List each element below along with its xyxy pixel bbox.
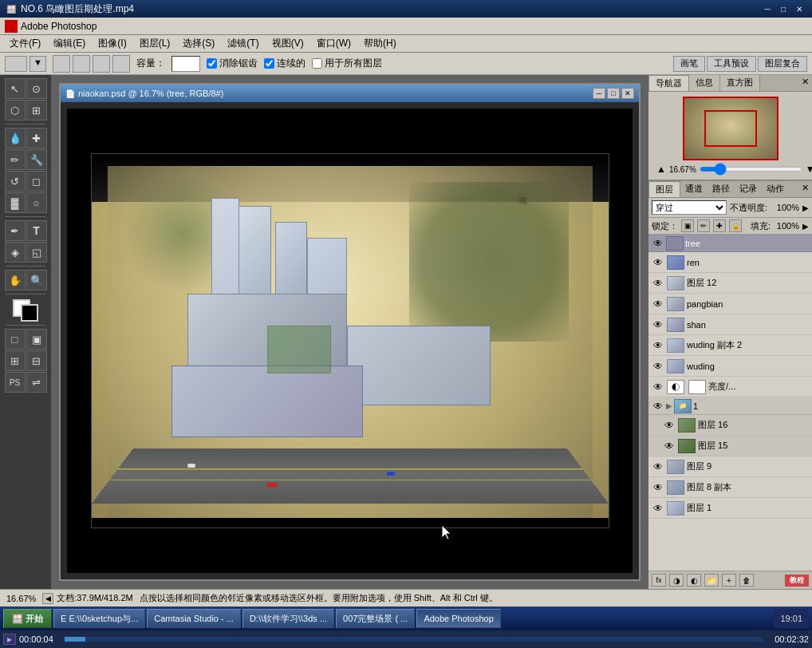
screen-mode-btn[interactable]: ⊞	[5, 350, 26, 371]
layer-delete-btn[interactable]: 🗑	[739, 574, 754, 587]
background-color[interactable]	[21, 304, 38, 322]
brush-panel-btn[interactable]: 画笔	[673, 56, 705, 72]
layer-eye-shan[interactable]: 👁	[652, 318, 664, 331]
brush-tool[interactable]: ✏	[5, 149, 26, 170]
layer-eye-wuding[interactable]: 👁	[652, 360, 664, 373]
history-tab[interactable]: 记录	[735, 181, 762, 197]
layer-item-wuding[interactable]: 👁 wuding	[648, 356, 812, 377]
zoom-slider[interactable]	[700, 167, 802, 172]
layer-comp-panel-btn[interactable]: 图层复合	[758, 56, 807, 72]
move-tool[interactable]: ↖	[5, 78, 26, 99]
tool-options-btn[interactable]: ▼	[30, 56, 46, 72]
magic-wand-btn1[interactable]	[53, 55, 70, 73]
magic-wand-btn2[interactable]	[73, 55, 90, 73]
tool-preset-panel-btn[interactable]: 工具预设	[707, 56, 756, 72]
lock-image-btn[interactable]: ✏	[697, 219, 710, 232]
layer-style-btn[interactable]: fx	[652, 574, 666, 587]
alllayers-checkbox[interactable]	[312, 58, 322, 69]
layer-item-layer15[interactable]: 👁 图层 15	[648, 436, 812, 456]
zoom-tool[interactable]: 🔍	[26, 270, 47, 290]
layer-eye-tree[interactable]: 👁	[652, 237, 664, 250]
screen-mode-btn2[interactable]: ⊟	[26, 350, 47, 371]
menu-layer[interactable]: 图层(L)	[133, 35, 177, 52]
layer-eye-ren[interactable]: 👁	[652, 256, 664, 269]
fill-arrow[interactable]: ▶	[802, 222, 809, 231]
eraser-tool[interactable]: ◻	[26, 171, 47, 192]
menu-filter[interactable]: 滤镜(T)	[221, 35, 265, 52]
extra-btn2[interactable]: ⇌	[26, 372, 47, 393]
layer-eye-layer15[interactable]: 👁	[663, 440, 676, 452]
layer-item-shan[interactable]: 👁 shan	[648, 314, 812, 335]
layer-eye-wuding-copy2[interactable]: 👁	[652, 339, 664, 352]
layer-item-layer8copy[interactable]: 👁 图层 8 副本	[648, 477, 812, 498]
crop-tool[interactable]: ⊞	[26, 100, 47, 121]
taskbar-btn-1[interactable]: Camtasia Studio - ...	[147, 609, 241, 628]
layers-tab[interactable]: 图层	[648, 181, 680, 197]
layer-group-1[interactable]: 👁 ▶ 📁 1	[648, 397, 812, 415]
layer-item-wuding-copy2[interactable]: 👁 wuding 副本 2	[648, 335, 812, 356]
gradient-tool[interactable]: ▓	[5, 192, 26, 213]
capacity-input[interactable]: 10	[171, 56, 200, 72]
extra-btn1[interactable]: PS	[5, 372, 26, 393]
contiguous-checkbox[interactable]	[264, 58, 274, 69]
layers-panel-close[interactable]: ✕	[798, 181, 812, 197]
magic-wand-btn3[interactable]	[93, 55, 110, 73]
shape-tool[interactable]: ◱	[26, 242, 47, 263]
layer-item-layer12[interactable]: 👁 图层 12	[648, 273, 812, 294]
menu-select[interactable]: 选择(S)	[176, 35, 221, 52]
info-tab[interactable]: 信息	[689, 75, 720, 91]
layer-item-layer9[interactable]: 👁 图层 9	[648, 456, 812, 477]
canvas-close-btn[interactable]: ✕	[621, 88, 634, 99]
layer-new-btn[interactable]: +	[722, 574, 736, 587]
close-button[interactable]: ✕	[793, 3, 806, 14]
hand-tool[interactable]: ✋	[5, 270, 26, 290]
progress-bar[interactable]	[65, 637, 763, 642]
menu-view[interactable]: 视图(V)	[266, 35, 310, 52]
blend-mode-select[interactable]: 穿过 正常 溶解 正片叠底	[652, 200, 727, 215]
healing-tool[interactable]: ✚	[26, 128, 47, 148]
layer-item-layer1[interactable]: 👁 图层 1	[648, 498, 812, 519]
navigator-tab[interactable]: 导航器	[648, 75, 689, 91]
layer-item-ren[interactable]: 👁 ren	[648, 252, 812, 273]
history-brush-tool[interactable]: ↺	[5, 171, 26, 192]
nav-panel-close[interactable]: ✕	[798, 75, 812, 91]
stamp-tool[interactable]: 🔧	[26, 149, 47, 170]
status-nav-left[interactable]: ◀	[42, 593, 53, 604]
taskbar-btn-2[interactable]: D:\\软件学习\\3ds ...	[242, 609, 334, 628]
tool-preset-btn[interactable]	[5, 56, 27, 72]
quick-select-tool[interactable]: ⬡	[5, 100, 26, 121]
histogram-tab[interactable]: 直方图	[720, 75, 760, 91]
text-tool[interactable]: T	[26, 220, 47, 241]
layer-eye-layer12[interactable]: 👁	[652, 277, 664, 290]
start-button[interactable]: 🪟 开始	[3, 609, 52, 628]
zoom-out-icon[interactable]: ▲	[656, 164, 666, 175]
menu-file[interactable]: 文件(F)	[3, 35, 47, 52]
menu-help[interactable]: 帮助(H)	[357, 35, 403, 52]
layer-eye-group1[interactable]: 👁	[652, 400, 664, 413]
taskbar-btn-3[interactable]: 007完整场景 ( ...	[336, 609, 415, 628]
layer-mask-btn[interactable]: ◑	[669, 574, 684, 587]
dodge-tool[interactable]: ○	[26, 192, 47, 213]
lock-position-btn[interactable]: ✚	[713, 219, 726, 232]
pen-tool[interactable]: ✒	[5, 220, 26, 241]
layer-group-btn[interactable]: 📁	[704, 574, 719, 587]
lock-all-btn[interactable]: 🔒	[729, 219, 742, 232]
layer-item-layer16[interactable]: 👁 图层 16	[648, 415, 812, 436]
maximize-button[interactable]: □	[777, 3, 790, 14]
layer-eye-layer16[interactable]: 👁	[663, 419, 676, 432]
actions-tab[interactable]: 动作	[762, 181, 789, 197]
layer-eye-layer9[interactable]: 👁	[652, 460, 664, 473]
layer-item-brightness[interactable]: 👁 亮度/...	[648, 377, 812, 397]
paths-tab[interactable]: 路径	[708, 181, 735, 197]
menu-image[interactable]: 图像(I)	[92, 35, 132, 52]
quick-mask-mode[interactable]: ▣	[26, 329, 47, 350]
layer-eye-pangbian[interactable]: 👁	[652, 298, 664, 310]
opacity-arrow[interactable]: ▶	[802, 203, 809, 212]
layer-eye-layer1[interactable]: 👁	[652, 502, 664, 515]
lasso-tool[interactable]: ⊙	[26, 78, 47, 99]
magic-wand-btn4[interactable]	[112, 55, 130, 73]
layer-tree-header[interactable]: 👁 tree	[648, 235, 812, 252]
canvas-minimize-btn[interactable]: ─	[593, 88, 605, 99]
lock-transparent-btn[interactable]: ▣	[681, 219, 694, 232]
menu-edit[interactable]: 编辑(E)	[47, 35, 92, 52]
